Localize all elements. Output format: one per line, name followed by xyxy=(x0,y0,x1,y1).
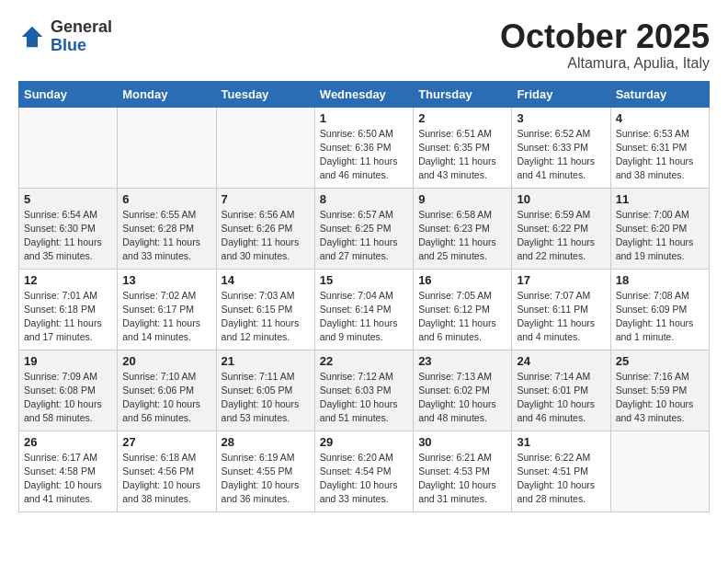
calendar-cell: 12Sunrise: 7:01 AM Sunset: 6:18 PM Dayli… xyxy=(19,269,118,350)
calendar-table: SundayMondayTuesdayWednesdayThursdayFrid… xyxy=(18,81,710,512)
day-info: Sunrise: 7:16 AM Sunset: 5:59 PM Dayligh… xyxy=(616,370,704,426)
day-info: Sunrise: 7:12 AM Sunset: 6:03 PM Dayligh… xyxy=(320,370,408,426)
day-info: Sunrise: 7:02 AM Sunset: 6:17 PM Dayligh… xyxy=(122,289,210,345)
location-subtitle: Altamura, Apulia, Italy xyxy=(500,55,710,72)
calendar-cell: 30Sunrise: 6:21 AM Sunset: 4:53 PM Dayli… xyxy=(414,431,512,511)
day-number: 11 xyxy=(616,192,704,206)
logo: General Blue xyxy=(18,18,112,55)
calendar-cell: 25Sunrise: 7:16 AM Sunset: 5:59 PM Dayli… xyxy=(610,350,709,431)
calendar-cell xyxy=(216,107,314,188)
weekday-header: Monday xyxy=(118,81,216,107)
svg-marker-0 xyxy=(22,27,43,48)
weekday-header: Saturday xyxy=(610,81,709,107)
calendar-cell: 1Sunrise: 6:50 AM Sunset: 6:36 PM Daylig… xyxy=(314,107,413,188)
logo-general: General xyxy=(51,18,112,37)
day-info: Sunrise: 6:21 AM Sunset: 4:53 PM Dayligh… xyxy=(418,451,506,507)
page-header: General Blue October 2025 Altamura, Apul… xyxy=(18,18,710,72)
day-number: 15 xyxy=(320,273,408,287)
calendar-cell: 22Sunrise: 7:12 AM Sunset: 6:03 PM Dayli… xyxy=(314,350,413,431)
calendar-cell: 23Sunrise: 7:13 AM Sunset: 6:02 PM Dayli… xyxy=(414,350,512,431)
calendar-cell: 9Sunrise: 6:58 AM Sunset: 6:23 PM Daylig… xyxy=(414,188,512,269)
day-info: Sunrise: 7:05 AM Sunset: 6:12 PM Dayligh… xyxy=(418,289,506,345)
weekday-header: Tuesday xyxy=(216,81,314,107)
day-number: 2 xyxy=(418,111,506,125)
title-block: October 2025 Altamura, Apulia, Italy xyxy=(500,18,710,72)
day-number: 31 xyxy=(517,435,605,449)
calendar-cell: 7Sunrise: 6:56 AM Sunset: 6:26 PM Daylig… xyxy=(216,188,314,269)
day-number: 30 xyxy=(418,435,506,449)
logo-text: General Blue xyxy=(51,18,112,55)
day-number: 18 xyxy=(616,273,704,287)
calendar-cell: 4Sunrise: 6:53 AM Sunset: 6:31 PM Daylig… xyxy=(610,107,709,188)
weekday-header-row: SundayMondayTuesdayWednesdayThursdayFrid… xyxy=(19,81,710,107)
calendar-cell: 21Sunrise: 7:11 AM Sunset: 6:05 PM Dayli… xyxy=(216,350,314,431)
day-info: Sunrise: 7:01 AM Sunset: 6:18 PM Dayligh… xyxy=(24,289,112,345)
day-info: Sunrise: 6:54 AM Sunset: 6:30 PM Dayligh… xyxy=(24,208,112,264)
logo-blue: Blue xyxy=(51,37,112,55)
calendar-cell: 28Sunrise: 6:19 AM Sunset: 4:55 PM Dayli… xyxy=(216,431,314,511)
calendar-week-row: 12Sunrise: 7:01 AM Sunset: 6:18 PM Dayli… xyxy=(19,269,710,350)
calendar-cell: 2Sunrise: 6:51 AM Sunset: 6:35 PM Daylig… xyxy=(414,107,512,188)
day-info: Sunrise: 6:53 AM Sunset: 6:31 PM Dayligh… xyxy=(616,127,704,183)
calendar-week-row: 5Sunrise: 6:54 AM Sunset: 6:30 PM Daylig… xyxy=(19,188,710,269)
day-number: 1 xyxy=(320,111,408,125)
day-number: 5 xyxy=(24,192,112,206)
calendar-cell xyxy=(118,107,216,188)
day-info: Sunrise: 7:04 AM Sunset: 6:14 PM Dayligh… xyxy=(320,289,408,345)
day-info: Sunrise: 7:11 AM Sunset: 6:05 PM Dayligh… xyxy=(222,370,310,426)
day-info: Sunrise: 6:59 AM Sunset: 6:22 PM Dayligh… xyxy=(517,208,605,264)
day-number: 23 xyxy=(418,354,506,368)
calendar-cell: 3Sunrise: 6:52 AM Sunset: 6:33 PM Daylig… xyxy=(512,107,610,188)
calendar-cell: 14Sunrise: 7:03 AM Sunset: 6:15 PM Dayli… xyxy=(216,269,314,350)
day-info: Sunrise: 6:18 AM Sunset: 4:56 PM Dayligh… xyxy=(122,451,210,507)
day-info: Sunrise: 7:09 AM Sunset: 6:08 PM Dayligh… xyxy=(24,370,112,426)
day-info: Sunrise: 7:07 AM Sunset: 6:11 PM Dayligh… xyxy=(517,289,605,345)
day-number: 25 xyxy=(616,354,704,368)
day-number: 28 xyxy=(222,435,310,449)
calendar-cell: 27Sunrise: 6:18 AM Sunset: 4:56 PM Dayli… xyxy=(118,431,216,511)
day-info: Sunrise: 6:56 AM Sunset: 6:26 PM Dayligh… xyxy=(222,208,310,264)
day-info: Sunrise: 6:50 AM Sunset: 6:36 PM Dayligh… xyxy=(320,127,408,183)
calendar-cell: 31Sunrise: 6:22 AM Sunset: 4:51 PM Dayli… xyxy=(512,431,610,511)
day-info: Sunrise: 6:55 AM Sunset: 6:28 PM Dayligh… xyxy=(122,208,210,264)
day-info: Sunrise: 6:17 AM Sunset: 4:58 PM Dayligh… xyxy=(24,451,112,507)
calendar-cell: 26Sunrise: 6:17 AM Sunset: 4:58 PM Dayli… xyxy=(19,431,118,511)
day-number: 16 xyxy=(418,273,506,287)
day-number: 9 xyxy=(418,192,506,206)
day-number: 17 xyxy=(517,273,605,287)
calendar-cell xyxy=(610,431,709,511)
weekday-header: Sunday xyxy=(19,81,118,107)
day-info: Sunrise: 6:51 AM Sunset: 6:35 PM Dayligh… xyxy=(418,127,506,183)
day-number: 27 xyxy=(122,435,210,449)
day-number: 20 xyxy=(122,354,210,368)
calendar-cell: 18Sunrise: 7:08 AM Sunset: 6:09 PM Dayli… xyxy=(610,269,709,350)
day-number: 24 xyxy=(517,354,605,368)
calendar-cell: 19Sunrise: 7:09 AM Sunset: 6:08 PM Dayli… xyxy=(19,350,118,431)
day-number: 19 xyxy=(24,354,112,368)
calendar-week-row: 1Sunrise: 6:50 AM Sunset: 6:36 PM Daylig… xyxy=(19,107,710,188)
calendar-cell: 6Sunrise: 6:55 AM Sunset: 6:28 PM Daylig… xyxy=(118,188,216,269)
logo-icon xyxy=(18,23,46,51)
day-number: 4 xyxy=(616,111,704,125)
day-number: 10 xyxy=(517,192,605,206)
day-info: Sunrise: 6:58 AM Sunset: 6:23 PM Dayligh… xyxy=(418,208,506,264)
calendar-week-row: 19Sunrise: 7:09 AM Sunset: 6:08 PM Dayli… xyxy=(19,350,710,431)
day-number: 7 xyxy=(222,192,310,206)
calendar-cell: 20Sunrise: 7:10 AM Sunset: 6:06 PM Dayli… xyxy=(118,350,216,431)
calendar-cell: 24Sunrise: 7:14 AM Sunset: 6:01 PM Dayli… xyxy=(512,350,610,431)
calendar-cell: 29Sunrise: 6:20 AM Sunset: 4:54 PM Dayli… xyxy=(314,431,413,511)
day-info: Sunrise: 6:52 AM Sunset: 6:33 PM Dayligh… xyxy=(517,127,605,183)
calendar-cell: 11Sunrise: 7:00 AM Sunset: 6:20 PM Dayli… xyxy=(610,188,709,269)
day-number: 13 xyxy=(122,273,210,287)
day-info: Sunrise: 7:14 AM Sunset: 6:01 PM Dayligh… xyxy=(517,370,605,426)
day-number: 8 xyxy=(320,192,408,206)
day-number: 22 xyxy=(320,354,408,368)
day-number: 6 xyxy=(122,192,210,206)
calendar-cell: 15Sunrise: 7:04 AM Sunset: 6:14 PM Dayli… xyxy=(314,269,413,350)
day-info: Sunrise: 6:22 AM Sunset: 4:51 PM Dayligh… xyxy=(517,451,605,507)
day-info: Sunrise: 7:13 AM Sunset: 6:02 PM Dayligh… xyxy=(418,370,506,426)
day-number: 21 xyxy=(222,354,310,368)
month-title: October 2025 xyxy=(500,18,710,55)
day-number: 12 xyxy=(24,273,112,287)
weekday-header: Friday xyxy=(512,81,610,107)
